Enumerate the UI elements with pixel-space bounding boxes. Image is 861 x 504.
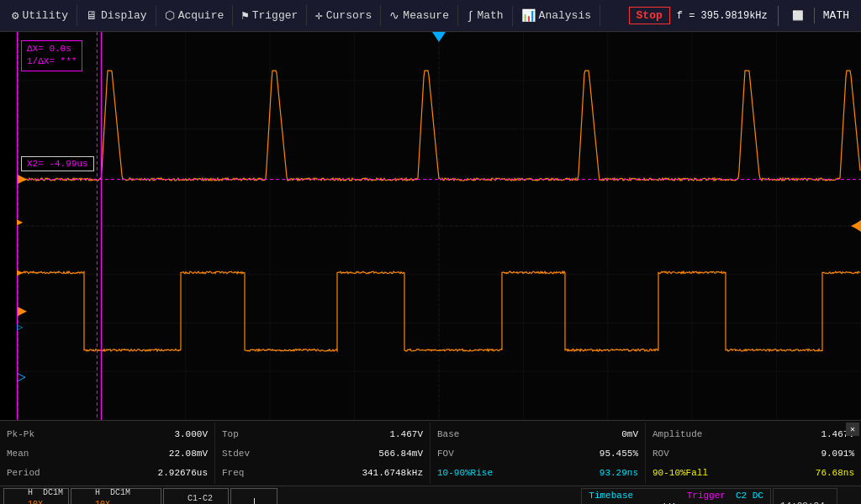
right-trigger-arrow bbox=[853, 220, 861, 232]
meas-fall-label: 90-10%Fall bbox=[652, 468, 708, 478]
close-measurements[interactable]: ✕ bbox=[846, 423, 859, 436]
acquire-icon: ⬡ bbox=[165, 8, 175, 23]
f1-arrow: ▷ bbox=[17, 321, 23, 333]
menu-display-label: Display bbox=[101, 9, 147, 22]
trigger-source: C2 DC bbox=[736, 491, 763, 501]
menu-trigger[interactable]: ⚑ Trigger bbox=[233, 5, 307, 26]
ch1-info: H DC1M 10X 2.00V/ -6.13V bbox=[28, 487, 63, 505]
menu-math-label: Math bbox=[477, 9, 503, 22]
meas-freq-value: 341.6748kHz bbox=[362, 468, 423, 478]
meas-fov: FOV 95.455% bbox=[437, 449, 638, 459]
meas-freq: Freq 341.6748kHz bbox=[222, 468, 423, 478]
f1-block: F1 C1-C2 1.00V/ -1.300V bbox=[163, 488, 229, 504]
freq-display: f = 395.9819kHz bbox=[677, 10, 768, 22]
meas-mean-label: Mean bbox=[7, 449, 29, 459]
menu-measure[interactable]: ∿ Measure bbox=[381, 5, 458, 26]
status-bar: C1 H DC1M 10X 2.00V/ -6.13V C2 H DC1M 10… bbox=[0, 486, 861, 504]
meas-period-label: Period bbox=[7, 468, 40, 478]
ch2-multiplier: 10X bbox=[95, 499, 156, 505]
menu-cursors[interactable]: ✛ Cursors bbox=[307, 5, 381, 26]
menu-utility-label: Utility bbox=[22, 9, 68, 22]
menu-analysis-label: Analysis bbox=[539, 9, 591, 22]
meas-base: Base 0mV bbox=[437, 429, 638, 439]
meas-base-value: 0mV bbox=[621, 429, 638, 439]
meas-fov-label: FOV bbox=[437, 449, 454, 459]
meas-top: Top 1.467V bbox=[222, 429, 423, 439]
meas-top-value: 1.467V bbox=[389, 429, 423, 439]
ch2-arrow: ▶ bbox=[17, 266, 23, 279]
cursor-cross-box bbox=[230, 488, 277, 504]
meas-rov: ROV 9.091% bbox=[652, 449, 854, 459]
meas-period-value: 2.92676us bbox=[158, 468, 208, 478]
ch2-block: C2 H DC1M 10X 2.00V/ FULL -400mV bbox=[71, 488, 161, 504]
meas-stdev-label: Stdev bbox=[222, 449, 250, 459]
menu-measure-label: Measure bbox=[403, 9, 449, 22]
tb-header-row: Timebase Trigger C2 DC bbox=[589, 491, 763, 501]
f1-info: C1-C2 1.00V/ -1.300V bbox=[188, 493, 223, 505]
cursors-icon: ✛ bbox=[315, 8, 322, 23]
trigger-icon: ⚑ bbox=[241, 8, 248, 23]
left-panel bbox=[0, 32, 17, 420]
meas-pkpk-label: Pk-Pk bbox=[7, 429, 34, 439]
menubar: ⚙ Utility 🖥 Display ⬡ Acquire ⚑ Trigger … bbox=[0, 0, 861, 32]
scope-area: ΔX= 0.0s 1/ΔX= *** X2= -4.99us ▶ ▶ ▷ bbox=[0, 32, 861, 420]
menu-display[interactable]: 🖥 Display bbox=[77, 6, 156, 26]
delta-box: ΔX= 0.0s 1/ΔX= *** bbox=[21, 40, 82, 71]
meas-period: Period 2.92676us bbox=[7, 468, 208, 478]
meas-fall: 90-10%Fall 76.68ns bbox=[652, 468, 854, 478]
ch1-coupling: H DC1M bbox=[28, 487, 63, 499]
meas-rov-value: 9.091% bbox=[821, 449, 854, 459]
menu-utility[interactable]: ⚙ Utility bbox=[3, 5, 77, 26]
meas-rov-label: ROV bbox=[652, 449, 669, 459]
meas-fov-value: 95.455% bbox=[600, 449, 638, 459]
meas-pkpk: Pk-Pk 3.000V bbox=[7, 429, 208, 439]
menu-math[interactable]: ∫ Math bbox=[458, 6, 513, 26]
menu-cursors-label: Cursors bbox=[326, 9, 372, 22]
datetime-block: 14:08:34 2023/4/26 bbox=[773, 488, 837, 504]
ch2-coupling: H DC1M bbox=[95, 487, 156, 499]
expand-icon[interactable]: ⊞ bbox=[839, 488, 858, 504]
inv-delta-label: 1/ΔX= *** bbox=[27, 55, 77, 68]
meas-pkpk-value: 3.000V bbox=[174, 429, 208, 439]
trigger-arrow bbox=[432, 32, 446, 42]
meas-amp-label: Amplitude bbox=[652, 429, 702, 439]
analysis-icon: 📊 bbox=[521, 8, 536, 23]
meas-mean: Mean 22.08mV bbox=[7, 449, 208, 459]
meas-stdev: Stdev 566.84mV bbox=[222, 449, 423, 459]
scope-canvas bbox=[17, 32, 861, 420]
time-display: 14:08:34 bbox=[780, 501, 830, 505]
meas-top-label: Top bbox=[222, 429, 239, 439]
measurements-bar: ✕ Pk-Pk 3.000V Mean 22.08mV Period 2.926… bbox=[0, 420, 861, 486]
display-icon: 🖥 bbox=[86, 9, 98, 23]
x2-label: X2= -4.99us bbox=[21, 156, 94, 171]
scope-icon: ⬜ bbox=[789, 10, 807, 21]
trigger-heading: Trigger bbox=[687, 491, 726, 501]
f1-eq: C1-C2 bbox=[188, 493, 223, 505]
meas-rise-label: 10-90%Rise bbox=[437, 468, 493, 478]
stop-button[interactable]: Stop bbox=[629, 7, 670, 24]
meas-base-label: Base bbox=[437, 429, 459, 439]
timebase-heading: Timebase bbox=[589, 491, 633, 501]
ch1-arrow: ▶ bbox=[17, 216, 23, 228]
ch1-block: C1 H DC1M 10X 2.00V/ -6.13V bbox=[3, 488, 69, 504]
cursor-cross bbox=[241, 498, 267, 505]
measure-icon: ∿ bbox=[389, 8, 399, 23]
meas-amplitude: Amplitude 1.467V bbox=[652, 429, 854, 439]
delta-x-label: ΔX= 0.0s bbox=[27, 43, 77, 55]
meas-mean-value: 22.08mV bbox=[169, 449, 208, 459]
menu-acquire-label: Acquire bbox=[178, 9, 224, 22]
meas-rise: 10-90%Rise 93.29ns bbox=[437, 468, 638, 478]
meas-stdev-value: 566.84mV bbox=[378, 449, 423, 459]
math-label: MATH bbox=[814, 8, 858, 24]
timebase-block: Timebase Trigger C2 DC 0.00s 1.00us/div … bbox=[581, 488, 771, 504]
math-icon: ∫ bbox=[467, 9, 473, 23]
meas-fall-value: 76.68ns bbox=[816, 468, 854, 478]
menu-trigger-label: Trigger bbox=[252, 9, 298, 22]
meas-freq-label: Freq bbox=[222, 468, 244, 478]
ch2-info: H DC1M 10X 2.00V/ FULL -400mV bbox=[95, 487, 156, 505]
utility-icon: ⚙ bbox=[12, 8, 18, 23]
menu-acquire[interactable]: ⬡ Acquire bbox=[156, 5, 234, 26]
menu-analysis[interactable]: 📊 Analysis bbox=[513, 5, 600, 26]
grid-container: ΔX= 0.0s 1/ΔX= *** X2= -4.99us ▶ ▶ ▷ bbox=[17, 32, 861, 420]
ch1-multiplier: 10X bbox=[28, 499, 63, 505]
